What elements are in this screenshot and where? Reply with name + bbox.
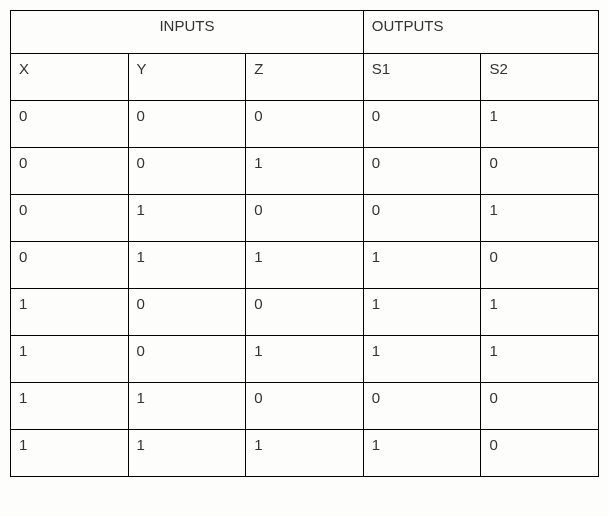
cell: 1 bbox=[11, 383, 129, 430]
cell: 0 bbox=[11, 148, 129, 195]
cell: 0 bbox=[363, 148, 481, 195]
cell: 1 bbox=[11, 336, 129, 383]
column-header-s2: S2 bbox=[481, 54, 599, 101]
table-row: 0 1 1 1 0 bbox=[11, 242, 599, 289]
cell: 0 bbox=[246, 101, 364, 148]
cell: 0 bbox=[481, 242, 599, 289]
cell: 1 bbox=[363, 289, 481, 336]
cell: 0 bbox=[11, 101, 129, 148]
cell: 1 bbox=[128, 195, 246, 242]
column-header-y: Y bbox=[128, 54, 246, 101]
column-header-z: Z bbox=[246, 54, 364, 101]
cell: 0 bbox=[481, 148, 599, 195]
cell: 1 bbox=[481, 289, 599, 336]
table-row: 1 0 1 1 1 bbox=[11, 336, 599, 383]
table-row: 0 0 1 0 0 bbox=[11, 148, 599, 195]
cell: 1 bbox=[11, 430, 129, 477]
cell: 1 bbox=[363, 336, 481, 383]
cell: 1 bbox=[246, 430, 364, 477]
column-header-row: X Y Z S1 S2 bbox=[11, 54, 599, 101]
cell: 0 bbox=[363, 101, 481, 148]
cell: 0 bbox=[246, 383, 364, 430]
cell: 0 bbox=[128, 101, 246, 148]
cell: 0 bbox=[481, 430, 599, 477]
cell: 1 bbox=[481, 195, 599, 242]
cell: 0 bbox=[128, 289, 246, 336]
inputs-group-header: INPUTS bbox=[11, 11, 364, 54]
cell: 1 bbox=[246, 242, 364, 289]
cell: 1 bbox=[128, 383, 246, 430]
column-header-x: X bbox=[11, 54, 129, 101]
cell: 1 bbox=[481, 336, 599, 383]
cell: 1 bbox=[128, 242, 246, 289]
cell: 1 bbox=[481, 101, 599, 148]
cell: 0 bbox=[363, 383, 481, 430]
outputs-group-header: OUTPUTS bbox=[363, 11, 598, 54]
cell: 0 bbox=[363, 195, 481, 242]
table-row: 1 1 1 1 0 bbox=[11, 430, 599, 477]
table-row: 1 0 0 1 1 bbox=[11, 289, 599, 336]
cell: 0 bbox=[11, 195, 129, 242]
cell: 1 bbox=[363, 430, 481, 477]
table-row: 0 1 0 0 1 bbox=[11, 195, 599, 242]
cell: 0 bbox=[246, 195, 364, 242]
cell: 1 bbox=[363, 242, 481, 289]
group-header-row: INPUTS OUTPUTS bbox=[11, 11, 599, 54]
column-header-s1: S1 bbox=[363, 54, 481, 101]
cell: 1 bbox=[246, 148, 364, 195]
cell: 0 bbox=[128, 148, 246, 195]
cell: 1 bbox=[11, 289, 129, 336]
truth-table: INPUTS OUTPUTS X Y Z S1 S2 0 0 0 0 1 0 0… bbox=[10, 10, 599, 477]
cell: 0 bbox=[481, 383, 599, 430]
cell: 1 bbox=[246, 336, 364, 383]
table-row: 1 1 0 0 0 bbox=[11, 383, 599, 430]
cell: 1 bbox=[128, 430, 246, 477]
cell: 0 bbox=[11, 242, 129, 289]
cell: 0 bbox=[128, 336, 246, 383]
cell: 0 bbox=[246, 289, 364, 336]
table-row: 0 0 0 0 1 bbox=[11, 101, 599, 148]
